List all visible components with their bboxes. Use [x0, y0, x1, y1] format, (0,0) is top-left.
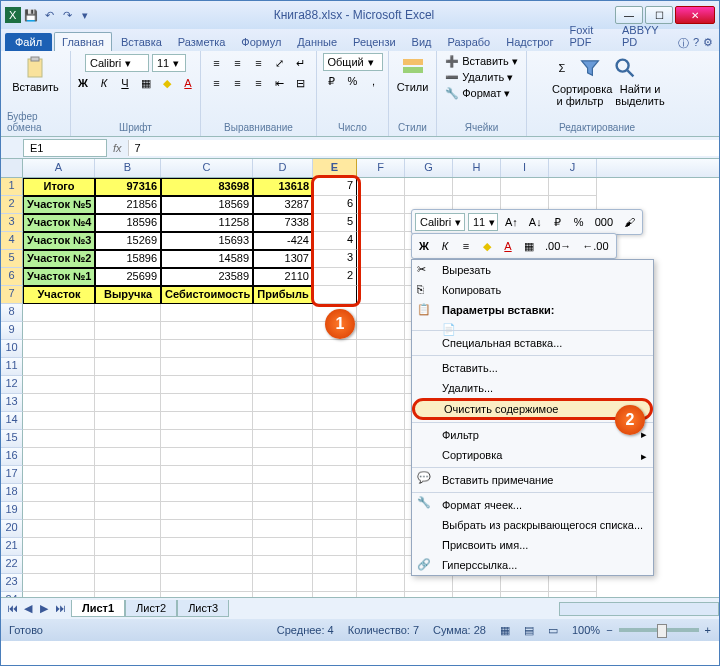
cell[interactable] — [253, 358, 313, 376]
ctx-sort[interactable]: Сортировка▸ — [412, 445, 653, 465]
cell[interactable]: 14589 — [161, 250, 253, 268]
cell[interactable] — [357, 304, 405, 322]
colhdr-f[interactable]: F — [357, 159, 405, 177]
mini-fill-button[interactable]: ◆ — [478, 237, 496, 255]
colhdr-a[interactable]: A — [23, 159, 95, 177]
cell[interactable]: 25699 — [95, 268, 161, 286]
border-button[interactable]: ▦ — [137, 74, 155, 92]
cell[interactable] — [95, 412, 161, 430]
hscrollbar[interactable] — [559, 602, 719, 616]
cell[interactable]: 2110 — [253, 268, 313, 286]
font-size-combo[interactable]: 11▾ — [152, 54, 186, 72]
cell[interactable] — [501, 574, 549, 592]
cell[interactable] — [95, 556, 161, 574]
rowhdr[interactable]: 1 — [1, 178, 23, 196]
cell[interactable] — [23, 538, 95, 556]
cell[interactable] — [453, 178, 501, 196]
cell[interactable] — [313, 502, 357, 520]
cell[interactable]: 1307 — [253, 250, 313, 268]
cell[interactable] — [453, 574, 501, 592]
cell[interactable] — [357, 196, 405, 214]
rowhdr[interactable]: 3 — [1, 214, 23, 232]
cell[interactable] — [549, 592, 597, 597]
cell[interactable] — [313, 358, 357, 376]
cell[interactable] — [549, 178, 597, 196]
cell[interactable] — [23, 394, 95, 412]
rowhdr[interactable]: 10 — [1, 340, 23, 358]
sheet-nav-last[interactable]: ⏭ — [52, 602, 68, 615]
cell[interactable] — [313, 556, 357, 574]
rowhdr[interactable]: 16 — [1, 448, 23, 466]
cell[interactable] — [23, 520, 95, 538]
cell[interactable] — [453, 592, 501, 597]
cell[interactable] — [313, 376, 357, 394]
cell[interactable]: 3287 — [253, 196, 313, 214]
sheet-nav-first[interactable]: ⏮ — [4, 602, 20, 615]
ctx-delete[interactable]: Удалить... — [412, 378, 653, 398]
cell[interactable] — [253, 556, 313, 574]
sheet-nav-next[interactable]: ▶ — [36, 602, 52, 615]
colhdr-g[interactable]: G — [405, 159, 453, 177]
cell[interactable]: -424 — [253, 232, 313, 250]
cell[interactable] — [161, 340, 253, 358]
cell[interactable]: 18596 — [95, 214, 161, 232]
cell[interactable]: 18569 — [161, 196, 253, 214]
zoom-slider[interactable] — [619, 628, 699, 632]
cell[interactable] — [253, 430, 313, 448]
mini-currency-button[interactable]: ₽ — [549, 213, 567, 231]
cell[interactable]: 6 — [313, 196, 357, 214]
cell[interactable] — [357, 520, 405, 538]
minimize-ribbon-icon[interactable]: ⓘ — [678, 36, 689, 51]
rowhdr[interactable]: 20 — [1, 520, 23, 538]
mini-grow-button[interactable]: A↑ — [501, 213, 522, 231]
cell[interactable] — [313, 592, 357, 597]
cell[interactable] — [253, 304, 313, 322]
cell[interactable] — [23, 574, 95, 592]
colhdr-b[interactable]: B — [95, 159, 161, 177]
ctx-cut[interactable]: ✂Вырезать — [412, 260, 653, 280]
cell[interactable]: Участок №1 — [23, 268, 95, 286]
name-box[interactable]: E1 — [23, 139, 107, 157]
view-break-icon[interactable]: ▭ — [548, 624, 558, 637]
cell[interactable] — [357, 484, 405, 502]
cell[interactable] — [23, 484, 95, 502]
save-icon[interactable]: 💾 — [23, 7, 39, 23]
cell[interactable]: Участок — [23, 286, 95, 304]
cell[interactable] — [161, 466, 253, 484]
cell[interactable] — [357, 538, 405, 556]
autosum-button[interactable]: Σ — [553, 59, 571, 77]
font-color-button[interactable]: A — [179, 74, 197, 92]
find-select-button[interactable] — [609, 54, 641, 82]
cell[interactable] — [253, 592, 313, 597]
tab-home[interactable]: Главная — [54, 32, 112, 51]
number-format-combo[interactable]: Общий▾ — [323, 53, 383, 71]
cell[interactable] — [357, 430, 405, 448]
styles-button[interactable]: Стили — [393, 53, 433, 95]
orientation-button[interactable]: ⤢ — [271, 54, 289, 72]
rowhdr[interactable]: 8 — [1, 304, 23, 322]
cell[interactable] — [357, 376, 405, 394]
tab-formulas[interactable]: Формул — [234, 33, 288, 51]
cell[interactable] — [161, 592, 253, 597]
font-combo[interactable]: Calibri▾ — [85, 54, 149, 72]
colhdr-e[interactable]: E — [313, 159, 357, 177]
cell[interactable] — [501, 592, 549, 597]
sheet-tab-3[interactable]: Лист3 — [177, 600, 229, 617]
cell[interactable] — [313, 484, 357, 502]
tab-abbyy[interactable]: ABBYY PD — [615, 21, 670, 51]
tab-dev[interactable]: Разрабо — [441, 33, 498, 51]
align-center-button[interactable]: ≡ — [229, 74, 247, 92]
cell[interactable] — [23, 340, 95, 358]
tab-addins[interactable]: Надстрог — [499, 33, 560, 51]
select-all-corner[interactable] — [1, 159, 23, 177]
rowhdr[interactable]: 9 — [1, 322, 23, 340]
tab-data[interactable]: Данные — [290, 33, 344, 51]
cell[interactable] — [357, 322, 405, 340]
mini-shrink-button[interactable]: A↓ — [525, 213, 546, 231]
cell[interactable] — [161, 376, 253, 394]
cell[interactable] — [405, 178, 453, 196]
mini-align-button[interactable]: ≡ — [457, 237, 475, 255]
formula-input[interactable]: 7 — [128, 140, 719, 156]
align-top-button[interactable]: ≡ — [208, 54, 226, 72]
cell[interactable] — [95, 484, 161, 502]
